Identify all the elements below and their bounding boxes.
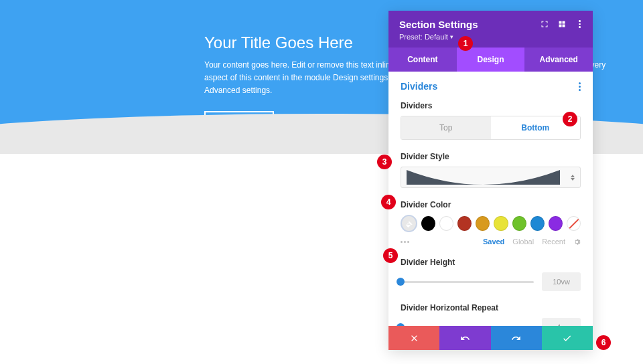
header-icons — [541, 20, 583, 28]
color-label: Divider Color — [401, 200, 581, 209]
height-value[interactable]: 10vw — [542, 272, 581, 291]
swatch-white[interactable] — [439, 216, 453, 231]
height-slider-thumb[interactable] — [397, 278, 405, 286]
annotation-badge-4: 4 — [381, 195, 396, 209]
swatch-yellow[interactable] — [494, 216, 508, 231]
color-settings-icon[interactable] — [573, 238, 581, 246]
expand-icon[interactable] — [541, 20, 549, 28]
height-field: Divider Height 10vw — [401, 258, 581, 291]
swatch-green[interactable] — [512, 216, 526, 231]
height-slider[interactable] — [401, 281, 534, 283]
swatch-blue[interactable] — [530, 216, 545, 231]
section-menu-icon[interactable] — [579, 82, 581, 91]
section-title: Dividers — [401, 81, 437, 92]
settings-panel: Section Settings Preset: Default Content… — [388, 11, 593, 350]
tab-design[interactable]: Design — [457, 48, 525, 72]
repeat-label: Divider Horizontal Repeat — [401, 303, 581, 312]
color-tabs-row: Saved Global Recent — [401, 238, 581, 246]
panel-body: Dividers Dividers Top Bottom Divider Sty… — [388, 72, 593, 326]
swatch-red[interactable] — [457, 216, 472, 231]
dividers-toggle: Top Bottom — [401, 116, 581, 140]
style-field: Divider Style — [401, 152, 581, 188]
save-button[interactable] — [542, 326, 593, 350]
annotation-badge-6: 6 — [596, 335, 611, 350]
annotation-badge-3: 3 — [377, 155, 392, 169]
height-label: Divider Height — [401, 258, 581, 267]
toggle-top[interactable]: Top — [401, 116, 491, 139]
repeat-value[interactable]: 1x — [542, 318, 581, 326]
grid-icon[interactable] — [558, 20, 566, 28]
panel-footer — [388, 326, 593, 350]
color-swatches — [401, 215, 581, 232]
color-tab-global[interactable]: Global — [512, 238, 534, 246]
section-title-row: Dividers — [401, 81, 581, 92]
repeat-slider-row: 1x — [401, 318, 581, 326]
annotation-badge-1: 1 — [458, 36, 473, 51]
color-tab-recent[interactable]: Recent — [542, 238, 565, 246]
swatch-purple[interactable] — [549, 216, 563, 231]
style-label: Divider Style — [401, 152, 581, 161]
swatch-transparent[interactable] — [567, 216, 581, 231]
color-tab-saved[interactable]: Saved — [483, 238, 504, 246]
swatch-orange[interactable] — [476, 216, 490, 231]
repeat-slider-thumb[interactable] — [397, 323, 405, 326]
panel-tabs: Content Design Advanced — [388, 48, 593, 72]
swatch-black[interactable] — [421, 216, 435, 231]
undo-button[interactable] — [439, 326, 490, 350]
preset-dropdown[interactable]: Preset: Default — [399, 33, 582, 41]
tab-content[interactable]: Content — [388, 48, 457, 72]
dividers-field: Dividers Top Bottom — [401, 101, 581, 140]
curve-shape-icon — [407, 170, 560, 185]
tab-advanced[interactable]: Advanced — [524, 48, 593, 72]
style-select[interactable] — [401, 167, 581, 188]
annotation-badge-5: 5 — [383, 248, 398, 263]
redo-button[interactable] — [491, 326, 542, 350]
color-field: Divider Color Saved Global Recent — [401, 200, 581, 246]
more-icon[interactable] — [575, 20, 583, 28]
dividers-label: Dividers — [401, 101, 581, 110]
height-slider-row: 10vw — [401, 272, 581, 291]
cancel-button[interactable] — [388, 326, 439, 350]
repeat-field: Divider Horizontal Repeat 1x — [401, 303, 581, 326]
select-arrows-icon — [571, 175, 575, 181]
hero-cta-button[interactable]: Click Here — [204, 111, 274, 134]
panel-header: Section Settings Preset: Default — [388, 11, 593, 48]
annotation-badge-2: 2 — [563, 112, 577, 126]
color-more-icon[interactable] — [401, 241, 409, 243]
color-picker-button[interactable] — [401, 215, 417, 232]
